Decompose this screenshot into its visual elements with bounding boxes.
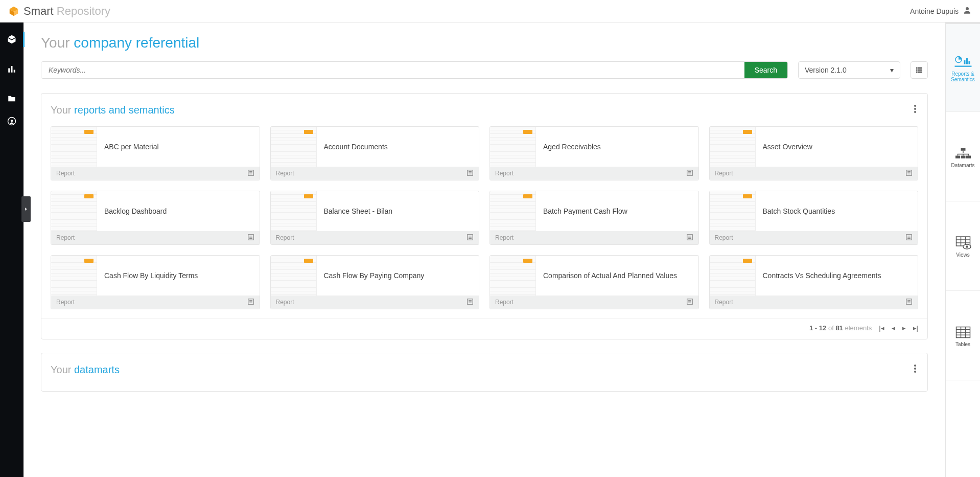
datamarts-title-prefix: Your (51, 364, 74, 375)
report-thumbnail (710, 256, 756, 296)
report-title: Batch Payment Cash Flow (536, 207, 698, 216)
report-title: Contracts Vs Scheduling Agreements (756, 271, 918, 280)
svg-rect-2 (11, 66, 13, 73)
views-icon (954, 236, 972, 250)
user-name: Antoine Dupuis (910, 7, 959, 15)
report-thumbnail (271, 256, 317, 296)
report-card[interactable]: Batch Payment Cash Flow Report (489, 191, 699, 245)
datamarts-menu-button[interactable] (912, 362, 918, 377)
brand-part1: Smart (24, 5, 54, 17)
svg-rect-68 (966, 58, 968, 64)
svg-point-12 (914, 105, 916, 107)
view-toggle-button[interactable] (911, 61, 928, 79)
svg-point-13 (914, 108, 916, 110)
svg-point-5 (11, 120, 13, 122)
version-select[interactable]: Version 2.1.0 ▾ (798, 61, 900, 79)
chevron-down-icon: ▾ (890, 66, 894, 74)
pg-total: 81 (835, 324, 843, 332)
rightnav-label: Reports & Semantics (947, 71, 979, 82)
search-button[interactable]: Search (744, 62, 787, 78)
report-title: Batch Stock Quantities (756, 207, 918, 216)
page-title-accent: company referential (74, 35, 199, 51)
report-card[interactable]: Comparison of Actual And Planned Values … (489, 255, 699, 309)
report-title: Account Documents (317, 142, 479, 151)
page-last-button[interactable]: ▸| (913, 324, 918, 332)
svg-point-14 (914, 111, 916, 113)
brand: Smart Repository (8, 5, 110, 18)
report-card[interactable]: Cash Flow By Paying Company Report (270, 255, 480, 309)
report-thumbnail (51, 191, 97, 231)
report-thumbnail (271, 127, 317, 167)
report-footer: Report (271, 296, 479, 309)
main-content: Your company referential Search Version … (24, 22, 945, 477)
report-type-label: Report (276, 299, 294, 306)
report-type-label: Report (276, 170, 294, 177)
report-footer: Report (490, 167, 698, 180)
svg-rect-10 (916, 72, 918, 73)
list-icon (905, 298, 913, 307)
svg-rect-8 (916, 70, 918, 71)
expand-nav-button[interactable] (21, 196, 31, 222)
list-icon (686, 234, 693, 242)
list-icon (466, 298, 474, 307)
report-type-label: Report (715, 299, 733, 306)
list-icon (466, 169, 474, 178)
rightnav-reports-semantics[interactable]: Reports & Semantics (946, 22, 981, 112)
svg-rect-69 (968, 61, 970, 64)
report-card[interactable]: Contracts Vs Scheduling Agreements Repor… (709, 255, 919, 309)
right-nav: Reports & Semantics Datamarts Views (945, 22, 980, 477)
page-first-button[interactable]: |◂ (879, 324, 884, 332)
report-card[interactable]: Cash Flow By Liquidity Terms Report (51, 255, 260, 309)
search-input[interactable] (41, 62, 744, 78)
search-group: Search (41, 61, 788, 79)
svg-rect-9 (918, 70, 922, 71)
report-type-label: Report (715, 234, 733, 241)
report-card[interactable]: Account Documents Report (270, 126, 480, 180)
page-next-button[interactable]: ▸ (902, 324, 906, 332)
reports-title-accent: reports and semantics (74, 104, 175, 116)
report-card[interactable]: Backlog Dashboard Report (51, 191, 260, 245)
report-footer: Report (490, 231, 698, 244)
svg-rect-67 (964, 60, 965, 64)
rightnav-datamarts[interactable]: Datamarts (946, 112, 981, 201)
pg-of: of (828, 324, 834, 332)
svg-rect-6 (916, 67, 918, 69)
tables-icon (954, 325, 972, 339)
nav-chart[interactable] (0, 61, 24, 77)
report-thumbnail (490, 127, 536, 167)
datamarts-section: Your datamarts (41, 353, 928, 392)
report-type-label: Report (276, 234, 294, 241)
datamart-icon (954, 146, 972, 161)
report-footer: Report (51, 231, 260, 244)
datamarts-header: Your datamarts (51, 362, 918, 377)
rightnav-tables[interactable]: Tables (946, 291, 981, 380)
pagination-text: 1 - 12 of 81 elements (809, 324, 872, 332)
svg-rect-7 (918, 67, 922, 69)
svg-point-0 (966, 7, 969, 10)
list-icon (247, 234, 254, 242)
rightnav-views[interactable]: Views (946, 201, 981, 291)
pg-range: 1 - 12 (809, 324, 826, 332)
svg-rect-11 (918, 72, 922, 73)
page-title: Your company referential (41, 35, 928, 51)
report-thumbnail (490, 191, 536, 231)
reports-title-prefix: Your (51, 104, 74, 116)
report-type-label: Report (56, 170, 75, 177)
nav-help[interactable] (0, 113, 24, 129)
report-title: ABC per Material (97, 142, 260, 151)
report-card[interactable]: Balance Sheet - Bilan Report (270, 191, 480, 245)
nav-folder[interactable] (0, 91, 24, 106)
page-prev-button[interactable]: ◂ (892, 324, 895, 332)
report-card[interactable]: ABC per Material Report (51, 126, 260, 180)
report-footer: Report (51, 167, 260, 180)
report-card[interactable]: Asset Overview Report (709, 126, 919, 180)
nav-cube[interactable] (0, 32, 24, 47)
pg-suffix: elements (845, 324, 872, 332)
reports-pagination: 1 - 12 of 81 elements |◂ ◂ ▸ ▸| (51, 319, 918, 334)
rightnav-label: Views (956, 252, 970, 258)
report-card[interactable]: Aged Receivables Report (489, 126, 699, 180)
reports-menu-button[interactable] (912, 103, 918, 117)
reports-grid: ABC per Material Report Account Document… (51, 126, 918, 309)
report-card[interactable]: Batch Stock Quantities Report (709, 191, 919, 245)
user-area[interactable]: Antoine Dupuis (910, 6, 972, 16)
